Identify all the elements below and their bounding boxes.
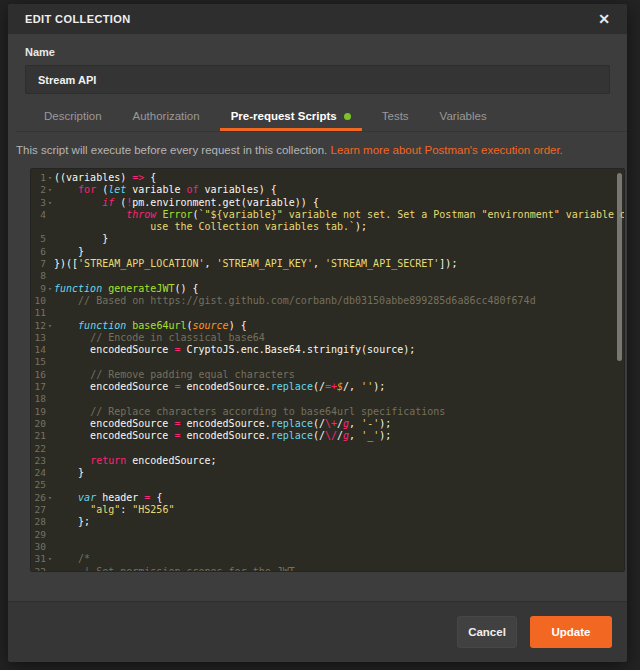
fold-spacer bbox=[46, 393, 54, 405]
line-number: 6 bbox=[31, 246, 46, 258]
tab-description[interactable]: Description bbox=[33, 104, 113, 131]
editor-scrollbar-thumb[interactable] bbox=[617, 173, 622, 361]
fold-arrow-icon[interactable]: ▾ bbox=[46, 197, 54, 209]
code-text: function base64url(source) { bbox=[54, 320, 247, 332]
fold-spacer bbox=[46, 209, 54, 234]
cancel-button[interactable]: Cancel bbox=[457, 616, 517, 648]
line-number: 10 bbox=[31, 295, 46, 307]
code-text: encodedSource = encodedSource.replace(/\… bbox=[54, 430, 391, 442]
code-line-18: 18 bbox=[31, 393, 624, 405]
tab-pre-request-scripts[interactable]: Pre-request Scripts bbox=[220, 104, 362, 131]
fold-spacer bbox=[46, 443, 54, 455]
code-line-12: 12▾ function base64url(source) { bbox=[31, 320, 624, 332]
code-line-19: 19 // Replace characters according to ba… bbox=[31, 406, 624, 418]
line-number: 29 bbox=[31, 529, 46, 541]
line-number: 2 bbox=[31, 184, 46, 196]
code-line-9: 9▾function generateJWT() { bbox=[31, 283, 624, 295]
tab-label: Authorization bbox=[133, 110, 200, 122]
tab-variables[interactable]: Variables bbox=[429, 104, 498, 131]
line-number: 15 bbox=[31, 356, 46, 368]
code-line-30: 30 bbox=[31, 541, 624, 553]
line-number: 13 bbox=[31, 332, 46, 344]
code-text: function generateJWT() { bbox=[54, 283, 199, 295]
fold-spacer bbox=[46, 504, 54, 516]
line-number: 8 bbox=[31, 270, 46, 282]
tab-label: Pre-request Scripts bbox=[231, 110, 337, 122]
line-number: 12 bbox=[31, 320, 46, 332]
code-line-15: 15 bbox=[31, 356, 624, 368]
code-text: encodedSource = encodedSource.replace(/\… bbox=[54, 418, 391, 430]
code-line-1: 1▾((variables) => { bbox=[31, 172, 624, 184]
line-number: 30 bbox=[31, 541, 46, 553]
collection-name-input[interactable] bbox=[25, 65, 610, 94]
code-text: /* bbox=[54, 553, 90, 565]
code-line-8: 8 bbox=[31, 270, 624, 282]
code-line-14: 14 encodedSource = CryptoJS.enc.Base64.s… bbox=[31, 344, 624, 356]
code-line-26: 26▾ var header = { bbox=[31, 492, 624, 504]
dialog-body: Name DescriptionAuthorizationPre-request… bbox=[8, 46, 627, 572]
line-number: 11 bbox=[31, 307, 46, 319]
line-number: 32 bbox=[31, 566, 46, 573]
line-number: 23 bbox=[31, 455, 46, 467]
code-text: } bbox=[54, 233, 108, 245]
line-number: 28 bbox=[31, 516, 46, 528]
code-line-32: 32 | Set permission scopes for the JWT bbox=[31, 566, 624, 573]
code-line-27: 27 "alg": "HS256" bbox=[31, 504, 624, 516]
fold-arrow-icon[interactable]: ▾ bbox=[46, 283, 54, 295]
fold-arrow-icon[interactable]: ▾ bbox=[46, 492, 54, 504]
dialog-title: EDIT COLLECTION bbox=[25, 13, 131, 25]
code-text: encodedSource = CryptoJS.enc.Base64.stri… bbox=[54, 344, 415, 356]
tab-label: Tests bbox=[382, 110, 409, 122]
code-text: }; bbox=[54, 516, 90, 528]
code-line-22: 22 bbox=[31, 443, 624, 455]
code-line-29: 29 bbox=[31, 529, 624, 541]
fold-spacer bbox=[46, 430, 54, 442]
tab-tests[interactable]: Tests bbox=[371, 104, 420, 131]
update-button[interactable]: Update bbox=[530, 616, 612, 648]
code-line-2: 2▾ for (let variable of variables) { bbox=[31, 184, 624, 196]
execution-order-link[interactable]: Learn more about Postman's execution ord… bbox=[330, 144, 562, 156]
fold-spacer bbox=[46, 406, 54, 418]
line-number: 4 bbox=[31, 209, 46, 234]
fold-spacer bbox=[46, 455, 54, 467]
line-number: 1 bbox=[31, 172, 46, 184]
line-number: 17 bbox=[31, 381, 46, 393]
code-text: ((variables) => { bbox=[54, 172, 156, 184]
code-line-20: 20 encodedSource = encodedSource.replace… bbox=[31, 418, 624, 430]
line-number: 9 bbox=[31, 283, 46, 295]
dialog-header: EDIT COLLECTION ✕ bbox=[8, 4, 627, 34]
code-line-31: 31▾ /* bbox=[31, 553, 624, 565]
code-line-13: 13 // Encode in classical base64 bbox=[31, 332, 624, 344]
code-text: // Remove padding equal characters bbox=[54, 369, 295, 381]
fold-arrow-icon[interactable]: ▾ bbox=[46, 184, 54, 196]
fold-spacer bbox=[46, 332, 54, 344]
fold-spacer bbox=[46, 516, 54, 528]
fold-spacer bbox=[46, 369, 54, 381]
code-text: // Replace characters according to base6… bbox=[54, 406, 445, 418]
fold-spacer bbox=[46, 467, 54, 479]
edit-collection-dialog: EDIT COLLECTION ✕ Name DescriptionAuthor… bbox=[8, 4, 627, 662]
close-icon[interactable]: ✕ bbox=[598, 12, 610, 26]
code-editor[interactable]: 1▾((variables) => {2▾ for (let variable … bbox=[30, 168, 625, 572]
fold-spacer bbox=[46, 479, 54, 491]
fold-arrow-icon[interactable]: ▾ bbox=[46, 320, 54, 332]
line-number: 21 bbox=[31, 430, 46, 442]
fold-spacer bbox=[46, 529, 54, 541]
code-text: return encodedSource; bbox=[54, 455, 217, 467]
line-number: 18 bbox=[31, 393, 46, 405]
code-text: for (let variable of variables) { bbox=[54, 184, 277, 196]
code-line-21: 21 encodedSource = encodedSource.replace… bbox=[31, 430, 624, 442]
line-number: 22 bbox=[31, 443, 46, 455]
line-number: 24 bbox=[31, 467, 46, 479]
tab-authorization[interactable]: Authorization bbox=[122, 104, 211, 131]
line-number: 19 bbox=[31, 406, 46, 418]
fold-spacer bbox=[46, 270, 54, 282]
fold-spacer bbox=[46, 418, 54, 430]
info-text: This script will execute before every re… bbox=[16, 144, 330, 156]
line-number: 20 bbox=[31, 418, 46, 430]
fold-spacer bbox=[46, 233, 54, 245]
line-number: 31 bbox=[31, 553, 46, 565]
fold-arrow-icon[interactable]: ▾ bbox=[46, 553, 54, 565]
fold-arrow-icon[interactable]: ▾ bbox=[46, 172, 54, 184]
code-text: encodedSource = encodedSource.replace(/=… bbox=[54, 381, 385, 393]
